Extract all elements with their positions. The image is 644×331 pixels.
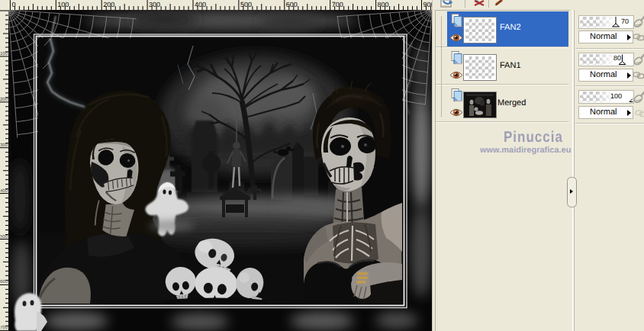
svg-text:500: 500 (240, 1, 252, 8)
svg-text:400: 400 (195, 1, 206, 8)
svg-text:400: 400 (0, 188, 8, 194)
svg-text:300: 300 (0, 143, 8, 148)
svg-text:900: 900 (423, 1, 433, 8)
svg-text:700: 700 (332, 1, 343, 8)
svg-text:100: 100 (0, 51, 8, 56)
svg-text:500: 500 (0, 234, 8, 239)
svg-text:0: 0 (11, 1, 15, 8)
svg-text:600: 600 (0, 279, 8, 284)
svg-text:100: 100 (57, 1, 69, 8)
svg-text:800: 800 (378, 1, 389, 8)
svg-text:300: 300 (149, 1, 160, 8)
svg-text:700: 700 (0, 325, 8, 330)
svg-text:600: 600 (286, 1, 298, 8)
svg-text:200: 200 (0, 97, 8, 102)
svg-text:200: 200 (103, 1, 114, 8)
